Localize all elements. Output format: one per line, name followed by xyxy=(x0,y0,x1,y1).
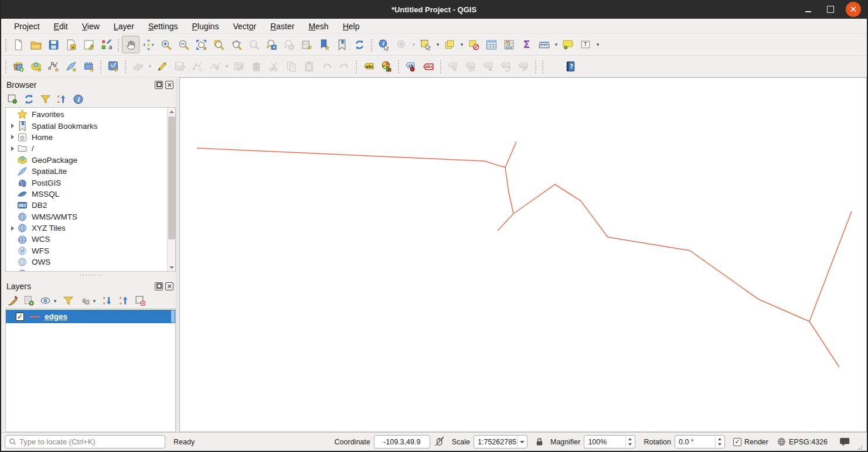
properties-widget-icon[interactable]: i xyxy=(72,93,84,105)
show-layout-manager-button[interactable] xyxy=(80,36,97,53)
lock-scale-icon[interactable] xyxy=(535,437,544,447)
zoom-last-button[interactable] xyxy=(263,36,280,53)
toolbar-handle[interactable] xyxy=(124,59,127,73)
identify-features-button[interactable]: i xyxy=(375,36,393,53)
layer-visibility-checkbox[interactable]: ✓ xyxy=(16,313,24,321)
new-spatialite-layer-button[interactable]: ★ xyxy=(62,57,80,75)
show-spatial-bookmarks-button[interactable] xyxy=(333,36,350,53)
filter-legend-icon[interactable] xyxy=(62,295,74,307)
current-edits-button[interactable] xyxy=(129,57,147,75)
manage-map-themes-control[interactable]: ▾ xyxy=(39,295,58,307)
highlight-pinned-labels-button[interactable]: abc xyxy=(420,57,437,75)
browser-item-wfs[interactable]: WFS xyxy=(6,245,175,256)
browser-item-spatialite[interactable]: SpatiaLite xyxy=(6,166,175,177)
select-by-value-dropdown[interactable]: ▾ xyxy=(459,42,465,47)
filter-by-expression-control[interactable]: ε▾ xyxy=(79,295,97,307)
window-resize-grip[interactable] xyxy=(856,443,863,451)
pin-unpin-labels-button[interactable]: ab xyxy=(444,57,462,75)
deselect-features-button[interactable] xyxy=(465,36,482,53)
browser-item-wms-wmts[interactable]: WMS/WMTS xyxy=(6,211,175,222)
new-spatial-bookmark-button[interactable]: ★ xyxy=(315,36,333,53)
browser-item-arcgismapserver[interactable]: ArcGisMapServer xyxy=(6,268,175,272)
scrollbar-up-arrow[interactable] xyxy=(168,108,176,115)
show-hide-labels-button[interactable]: abc xyxy=(462,57,479,75)
layer-row-edges[interactable]: ✓ edges xyxy=(6,310,175,323)
browser-item-wcs[interactable]: WCS xyxy=(6,234,175,245)
toolbar-handle[interactable] xyxy=(4,37,8,52)
maximize-button[interactable] xyxy=(823,2,838,16)
show-statistical-summary-button[interactable]: Σ xyxy=(518,36,535,53)
select-features-by-value-button[interactable] xyxy=(441,36,458,53)
browser-item-home[interactable]: Home xyxy=(6,132,175,143)
new-print-layout-button[interactable]: ★ xyxy=(62,36,80,53)
zoom-to-layer-button[interactable] xyxy=(227,36,245,53)
measure-line-button[interactable] xyxy=(535,36,553,53)
filter-browser-icon[interactable] xyxy=(39,93,52,105)
save-layer-edits-button[interactable] xyxy=(171,57,188,75)
layer-labeling-options-button[interactable]: abc xyxy=(360,57,377,75)
pan-map-button[interactable] xyxy=(122,36,139,53)
paste-features-button[interactable] xyxy=(300,57,318,75)
scrollbar-thumb[interactable] xyxy=(168,117,175,239)
new-virtual-layer-button[interactable]: ★ xyxy=(80,57,97,75)
add-group-icon[interactable] xyxy=(23,295,35,307)
toolbar-handle[interactable] xyxy=(4,59,8,73)
menu-help[interactable]: Help xyxy=(336,20,367,33)
close-button[interactable]: ✕ xyxy=(846,2,861,17)
map-tips-button[interactable] xyxy=(559,36,577,53)
select-features-dropdown[interactable]: ▾ xyxy=(435,42,441,47)
expand-all-icon[interactable] xyxy=(101,295,114,307)
select-features-button[interactable] xyxy=(417,36,434,53)
remove-layer-icon[interactable] xyxy=(134,295,147,307)
help-contents-button[interactable]: ? xyxy=(561,57,579,75)
browser-item-favorites[interactable]: Favorites xyxy=(6,109,175,120)
collapse-all-icon[interactable] xyxy=(56,93,68,105)
pan-map-to-selection-button[interactable] xyxy=(139,36,157,53)
magnifier-spinbox[interactable]: 100% xyxy=(584,435,635,448)
menu-raster[interactable]: Raster xyxy=(263,20,301,33)
layer-styling-brush-icon[interactable] xyxy=(6,295,19,307)
locator-search-input[interactable]: Type to locate (Ctrl+K) xyxy=(5,435,165,448)
layer-diagram-options-button[interactable] xyxy=(377,57,395,75)
new-shapefile-layer-button[interactable]: ★ xyxy=(45,57,62,75)
redo-button[interactable] xyxy=(335,57,353,75)
add-line-feature-button[interactable] xyxy=(188,57,206,75)
menu-layer[interactable]: Layer xyxy=(107,20,141,33)
refresh-browser-icon[interactable] xyxy=(23,93,35,105)
menu-settings[interactable]: Settings xyxy=(141,20,185,33)
menu-project[interactable]: Project xyxy=(7,20,47,33)
log-messages-bubble-icon[interactable] xyxy=(839,437,851,447)
browser-scrollbar[interactable] xyxy=(167,108,175,271)
render-checkbox[interactable]: ✓ xyxy=(733,438,741,446)
scrollbar-down-arrow[interactable] xyxy=(168,263,176,271)
menu-plugins[interactable]: Plugins xyxy=(185,20,226,33)
zoom-out-button[interactable] xyxy=(175,36,192,53)
vertex-tool-button[interactable] xyxy=(206,57,223,75)
browser-item-ows[interactable]: OWS xyxy=(6,256,175,268)
zoom-in-button[interactable] xyxy=(157,36,175,53)
scale-combobox[interactable]: 1:75262785 xyxy=(474,435,527,448)
toolbar-handle[interactable] xyxy=(99,59,103,73)
zoom-to-native-resolution-button[interactable]: 1:1 xyxy=(245,36,263,53)
layers-float-button[interactable] xyxy=(155,282,163,290)
cut-features-button[interactable] xyxy=(265,57,282,75)
toggle-extents-mouse-icon[interactable] xyxy=(434,436,445,447)
measure-dropdown[interactable]: ▾ xyxy=(553,42,559,47)
toolbar-handle[interactable] xyxy=(397,59,400,73)
toolbar-handle[interactable] xyxy=(541,59,544,73)
browser-close-button[interactable]: ✕ xyxy=(165,81,173,89)
menu-view[interactable]: View xyxy=(75,20,107,33)
new-map-view-button[interactable]: ★ xyxy=(298,36,315,53)
move-label-button[interactable]: abc xyxy=(479,57,497,75)
crs-status-button[interactable]: EPSG:4326 xyxy=(777,437,828,447)
change-label-properties-button[interactable]: abc xyxy=(515,57,532,75)
new-project-button[interactable] xyxy=(9,36,27,53)
text-annotation-button[interactable]: T xyxy=(577,36,594,53)
add-selected-layers-icon[interactable] xyxy=(6,93,19,105)
browser-item-root-folder[interactable]: / xyxy=(6,143,175,154)
rotation-up-arrow[interactable] xyxy=(716,436,724,442)
open-field-calculator-button[interactable] xyxy=(500,36,518,53)
panel-splitter[interactable] xyxy=(5,272,176,279)
menu-vector[interactable]: Vector xyxy=(226,20,263,33)
vertex-tool-dropdown[interactable]: ▾ xyxy=(224,63,230,69)
